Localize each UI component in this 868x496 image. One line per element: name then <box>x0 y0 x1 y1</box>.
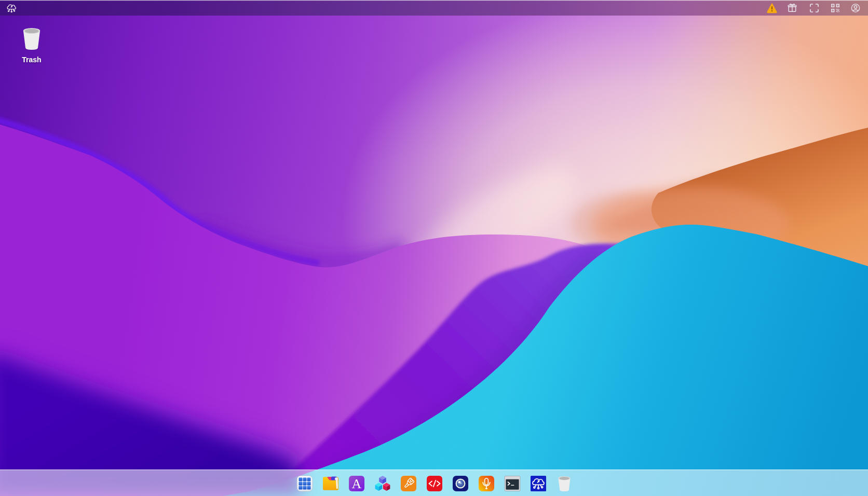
svg-text:Trash: Trash <box>22 56 41 64</box>
svg-text:A: A <box>352 476 362 491</box>
